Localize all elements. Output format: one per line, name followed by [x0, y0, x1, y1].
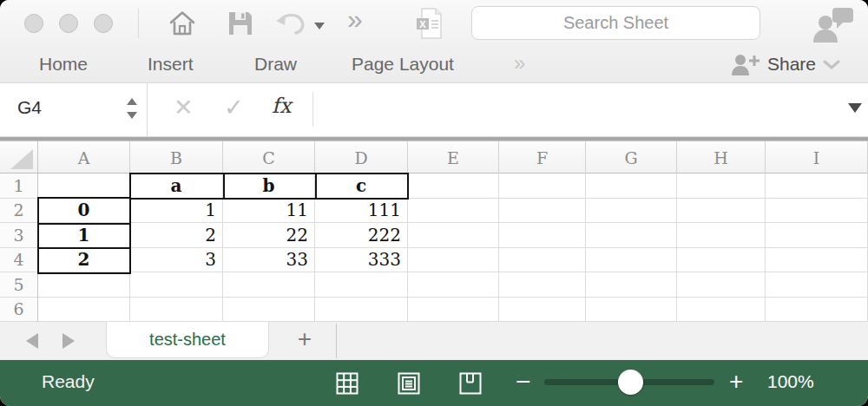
cell-G4[interactable]	[586, 248, 677, 273]
cell-I6[interactable]	[766, 298, 868, 323]
column-header-D[interactable]: D	[315, 141, 408, 174]
cell-F5[interactable]	[499, 272, 586, 298]
toolbar-overflow-icon[interactable]: »	[347, 3, 363, 36]
cell-C3[interactable]: 22	[223, 223, 315, 248]
save-icon[interactable]	[227, 10, 253, 36]
cell-E1[interactable]	[408, 174, 499, 199]
cell-A6[interactable]	[38, 298, 130, 323]
column-header-C[interactable]: C	[223, 141, 315, 174]
page-break-preview-icon[interactable]	[459, 372, 482, 395]
cell-I1[interactable]	[766, 174, 868, 199]
cell-I5[interactable]	[766, 272, 868, 298]
cell-F2[interactable]	[499, 199, 586, 224]
row-header-2[interactable]: 2	[0, 199, 38, 224]
close-window-button[interactable]	[24, 14, 43, 33]
previous-sheet-arrow-icon[interactable]	[26, 333, 38, 349]
undo-dropdown-caret-icon[interactable]	[314, 23, 325, 29]
cancel-icon[interactable]: ✕	[174, 94, 194, 121]
cell-G3[interactable]	[586, 223, 677, 248]
enter-icon[interactable]: ✓	[224, 94, 244, 121]
share-button[interactable]: Share	[731, 45, 840, 83]
cell-B3[interactable]: 2	[130, 223, 223, 248]
cell-D1[interactable]: c	[315, 174, 408, 199]
cell-E4[interactable]	[408, 248, 499, 273]
add-sheet-button[interactable]: +	[292, 322, 318, 358]
tab-home[interactable]: Home	[39, 45, 88, 83]
minimize-window-button[interactable]	[59, 14, 78, 33]
cell-G6[interactable]	[586, 298, 677, 323]
zoom-slider-thumb[interactable]	[618, 370, 643, 395]
column-header-E[interactable]: E	[408, 141, 499, 174]
expand-formula-bar-icon[interactable]	[848, 103, 862, 113]
name-box[interactable]	[0, 83, 148, 136]
cell-F6[interactable]	[499, 298, 586, 323]
name-box-down-arrow-icon[interactable]	[127, 112, 137, 119]
name-box-up-arrow-icon[interactable]	[127, 98, 137, 105]
cell-H4[interactable]	[677, 248, 766, 273]
column-header-I[interactable]: I	[766, 141, 868, 174]
column-header-B[interactable]: B	[130, 141, 223, 174]
cell-H5[interactable]	[677, 272, 766, 298]
cell-G1[interactable]	[586, 174, 677, 199]
cell-I4[interactable]	[766, 248, 868, 273]
cell-F3[interactable]	[499, 223, 586, 248]
insert-function-icon[interactable]: fx	[272, 94, 291, 118]
cell-A1[interactable]	[38, 174, 130, 199]
cell-E6[interactable]	[408, 298, 499, 323]
cell-C2[interactable]: 11	[223, 199, 315, 224]
tab-insert[interactable]: Insert	[148, 45, 194, 83]
column-header-F[interactable]: F	[499, 141, 586, 174]
undo-icon[interactable]	[274, 12, 307, 35]
cell-H6[interactable]	[677, 298, 766, 323]
zoom-level[interactable]: 100%	[767, 360, 814, 406]
cell-A4[interactable]: 2	[38, 248, 130, 273]
cell-C1[interactable]: b	[223, 174, 315, 199]
cell-H3[interactable]	[677, 223, 766, 248]
cell-D5[interactable]	[315, 272, 408, 298]
cell-D6[interactable]	[315, 298, 408, 323]
cell-I3[interactable]	[766, 223, 868, 248]
cell-B4[interactable]: 3	[130, 248, 223, 273]
cell-B6[interactable]	[130, 298, 223, 323]
cell-B5[interactable]	[130, 272, 223, 298]
cell-E5[interactable]	[408, 272, 499, 298]
cell-C4[interactable]: 33	[223, 248, 315, 273]
cell-H1[interactable]	[677, 174, 766, 199]
cell-G2[interactable]	[586, 199, 677, 224]
tab-draw[interactable]: Draw	[254, 45, 297, 83]
cell-F4[interactable]	[499, 248, 586, 273]
cell-D4[interactable]: 333	[315, 248, 408, 273]
row-header-3[interactable]: 3	[0, 223, 38, 248]
contact-person-icon[interactable]	[812, 6, 857, 43]
cell-A2[interactable]: 0	[38, 199, 130, 224]
cell-A3[interactable]: 1	[38, 223, 130, 248]
page-layout-view-icon[interactable]	[398, 372, 420, 395]
cell-C6[interactable]	[223, 298, 315, 323]
cell-I2[interactable]	[766, 199, 868, 224]
row-header-1[interactable]: 1	[0, 174, 38, 199]
row-header-4[interactable]: 4	[0, 248, 38, 273]
column-header-A[interactable]: A	[38, 141, 130, 174]
zoom-window-button[interactable]	[94, 14, 113, 33]
column-header-H[interactable]: H	[677, 141, 766, 174]
row-header-5[interactable]: 5	[0, 272, 38, 298]
cell-G5[interactable]	[586, 272, 677, 298]
next-sheet-arrow-icon[interactable]	[62, 333, 75, 349]
zoom-out-button[interactable]: −	[516, 360, 531, 406]
tab-page-layout[interactable]: Page Layout	[352, 45, 454, 83]
formula-input[interactable]	[323, 90, 826, 128]
cell-reference-input[interactable]	[16, 96, 111, 119]
search-input[interactable]	[471, 6, 760, 40]
select-all-button[interactable]	[0, 141, 38, 174]
ribbon-overflow-icon[interactable]: »	[514, 45, 525, 83]
row-header-6[interactable]: 6	[0, 298, 38, 323]
zoom-in-button[interactable]: +	[729, 360, 743, 406]
cell-B1[interactable]: a	[130, 174, 223, 199]
home-icon[interactable]	[168, 10, 197, 37]
cell-E2[interactable]	[408, 199, 499, 224]
column-header-G[interactable]: G	[586, 141, 677, 174]
cell-H2[interactable]	[677, 199, 766, 224]
normal-view-icon[interactable]	[336, 372, 358, 395]
cell-C5[interactable]	[223, 272, 315, 298]
sheet-tab-test-sheet[interactable]: test-sheet	[106, 322, 269, 358]
